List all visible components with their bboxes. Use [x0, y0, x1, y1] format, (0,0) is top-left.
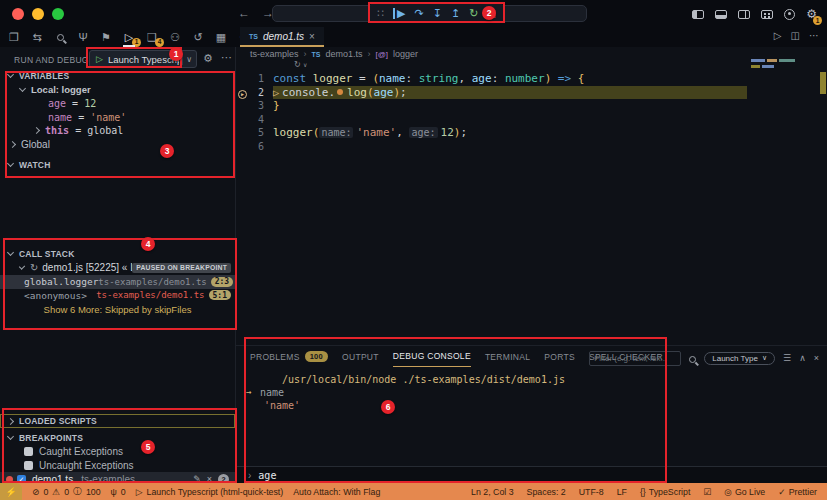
- language-status[interactable]: {}TypeScript: [640, 487, 690, 497]
- tab-output[interactable]: OUTPUT: [342, 346, 379, 367]
- run-debug-icon[interactable]: ▷1: [122, 32, 136, 43]
- maximize-panel-icon[interactable]: ∧: [799, 353, 806, 363]
- explorer-icon[interactable]: ❐: [7, 32, 21, 43]
- code-text[interactable]: logger(name:'name', age:12);: [273, 126, 467, 140]
- variable-name-row[interactable]: name = 'name': [0, 111, 235, 125]
- code-line[interactable]: 3}: [236, 99, 827, 113]
- editor-inline-widget[interactable]: ↻ ∨: [294, 60, 307, 69]
- close-window-button[interactable]: [12, 8, 24, 20]
- variable-this-row[interactable]: this = global: [0, 124, 235, 138]
- settings-gear-icon[interactable]: ⚙1: [806, 7, 817, 21]
- debug-session-row[interactable]: ↻demo1.js [52225] « Launc...PAUSED ON BR…: [0, 261, 235, 275]
- repl-input-row[interactable]: › age: [236, 466, 827, 483]
- extensions-icon[interactable]: ❑4: [145, 32, 159, 43]
- continue-icon[interactable]: ▶: [393, 8, 405, 19]
- tab-ports[interactable]: PORTS: [544, 346, 575, 367]
- caught-exceptions-checkbox[interactable]: [24, 447, 33, 456]
- maximize-window-button[interactable]: [52, 8, 64, 20]
- uncaught-exceptions-row[interactable]: Uncaught Exceptions: [0, 459, 235, 473]
- spell-checker-status[interactable]: ☑: [703, 487, 711, 497]
- breadcrumb-file[interactable]: demo1.ts: [325, 49, 362, 59]
- frame-position-badge: 5:1: [209, 290, 231, 300]
- breadcrumb-symbol[interactable]: logger: [393, 49, 418, 59]
- uncaught-exceptions-checkbox[interactable]: [24, 461, 33, 470]
- scope-global-row[interactable]: Global: [0, 138, 235, 152]
- problems-status[interactable]: ⊘0 ⚠0 ⓘ100: [32, 486, 101, 498]
- feedback-icon[interactable]: ⚇: [168, 32, 182, 43]
- encoding-status[interactable]: UTF-8: [579, 487, 604, 497]
- prettier-status[interactable]: ✓Prettier: [778, 487, 817, 497]
- history-icon[interactable]: ↺: [191, 32, 205, 43]
- bookmarks-icon[interactable]: ⚑: [99, 32, 113, 43]
- chevron-down-icon: ∨: [762, 354, 767, 362]
- repl-input-value[interactable]: age: [258, 470, 276, 481]
- close-panel-icon[interactable]: ×: [814, 353, 819, 363]
- code-text[interactable]: const logger = (name: string, age: numbe…: [273, 72, 584, 86]
- tab-debug-console[interactable]: DEBUG CONSOLE: [393, 346, 471, 367]
- caught-exceptions-row[interactable]: Caught Exceptions: [0, 445, 235, 459]
- account-icon[interactable]: [784, 9, 795, 20]
- split-editor-icon[interactable]: ◫: [791, 30, 800, 41]
- paused-breakpoint-icon[interactable]: ▶: [236, 86, 249, 100]
- show-more-link[interactable]: Show 6 More: Skipped by skipFiles: [0, 303, 235, 317]
- loaded-scripts-header[interactable]: LOADED SCRIPTS: [0, 414, 235, 428]
- step-into-icon[interactable]: ↧: [433, 8, 442, 19]
- console-command-line: /usr/local/bin/node ./ts-examples/dist/d…: [282, 374, 565, 385]
- editor-more-icon[interactable]: ⋯: [809, 30, 819, 41]
- console-filter-input[interactable]: [589, 351, 681, 366]
- auto-attach-status[interactable]: Auto Attach: With Flag: [293, 487, 380, 497]
- code-text[interactable]: }: [273, 99, 280, 113]
- breadcrumb-folder[interactable]: ts-examples: [250, 49, 299, 59]
- stack-frame-row[interactable]: <anonymous>ts-examples/demo1.ts5:1: [0, 289, 235, 303]
- indentation-status[interactable]: Spaces: 2: [527, 487, 566, 497]
- nav-back-icon[interactable]: ←: [238, 6, 250, 20]
- breakpoints-header[interactable]: BREAKPOINTS: [0, 431, 235, 445]
- live-share-icon[interactable]: ⇆: [30, 32, 44, 43]
- code-line[interactable]: 6: [236, 140, 827, 154]
- run-file-icon[interactable]: ▷: [774, 30, 782, 41]
- toggle-sidebar-icon[interactable]: [692, 10, 704, 19]
- dropdown-chevron-icon[interactable]: ∨: [186, 55, 192, 64]
- status-bar: ⚡ ⊘0 ⚠0 ⓘ100 ψ0 ▷Launch Typescript (html…: [0, 483, 827, 500]
- editor-tab-demo1[interactable]: TS demo1.ts ×: [240, 27, 324, 47]
- call-stack-header[interactable]: CALL STACK: [0, 247, 235, 261]
- toggle-secondary-sidebar-icon[interactable]: [738, 10, 750, 19]
- stack-frame-row[interactable]: global.loggerts-examples/demo1.ts2:3: [0, 275, 235, 289]
- debug-more-icon[interactable]: ⋯: [221, 51, 232, 64]
- code-line[interactable]: 5logger(name:'name', age:12);: [236, 126, 827, 140]
- step-over-icon[interactable]: ↷: [414, 8, 423, 19]
- grid-icon[interactable]: ▦: [214, 32, 228, 43]
- variable-age-row[interactable]: age = 12: [0, 97, 235, 111]
- search-icon[interactable]: [53, 32, 67, 43]
- launch-type-dropdown[interactable]: Launch Type∨: [704, 352, 775, 365]
- watch-header[interactable]: WATCH: [0, 158, 235, 172]
- source-control-icon[interactable]: Ψ: [76, 32, 90, 43]
- tab-terminal[interactable]: TERMINAL: [485, 346, 530, 367]
- ports-status[interactable]: ψ0: [111, 487, 126, 497]
- scope-local-row[interactable]: Local: logger: [0, 83, 235, 97]
- code-line[interactable]: 1const logger = (name: string, age: numb…: [236, 72, 827, 86]
- start-debug-icon[interactable]: ▷: [96, 54, 103, 64]
- variables-header[interactable]: VARIABLES: [0, 69, 235, 83]
- eol-status[interactable]: LF: [617, 487, 627, 497]
- ports-count: 0: [121, 487, 126, 497]
- customize-layout-icon[interactable]: [761, 10, 773, 19]
- tab-close-icon[interactable]: ×: [309, 31, 315, 42]
- console-view-icon[interactable]: ☰: [783, 353, 791, 363]
- minimize-window-button[interactable]: [32, 8, 44, 20]
- restart-icon[interactable]: ↻: [469, 8, 478, 19]
- show-more-label: Show 6 More: Skipped by skipFiles: [0, 304, 235, 315]
- toggle-panel-icon[interactable]: [715, 10, 727, 19]
- cursor-position-status[interactable]: Ln 2, Col 3: [471, 487, 514, 497]
- debug-target-status[interactable]: ▷Launch Typescript (html-quick-test): [136, 487, 284, 497]
- debug-settings-gear-icon[interactable]: ⚙: [203, 52, 213, 65]
- minimap[interactable]: [749, 55, 813, 175]
- code-text[interactable]: ▷console.log(age);: [273, 86, 747, 100]
- code-line[interactable]: ▶2▷console.log(age);: [236, 86, 827, 100]
- go-live-status[interactable]: ◎Go Live: [724, 487, 765, 497]
- step-out-icon[interactable]: ↥: [451, 8, 460, 19]
- tab-problems[interactable]: PROBLEMS100: [250, 346, 328, 367]
- remote-indicator[interactable]: ⚡: [0, 483, 22, 500]
- code-line[interactable]: 4: [236, 113, 827, 127]
- drag-grip-icon[interactable]: ∷: [377, 8, 384, 19]
